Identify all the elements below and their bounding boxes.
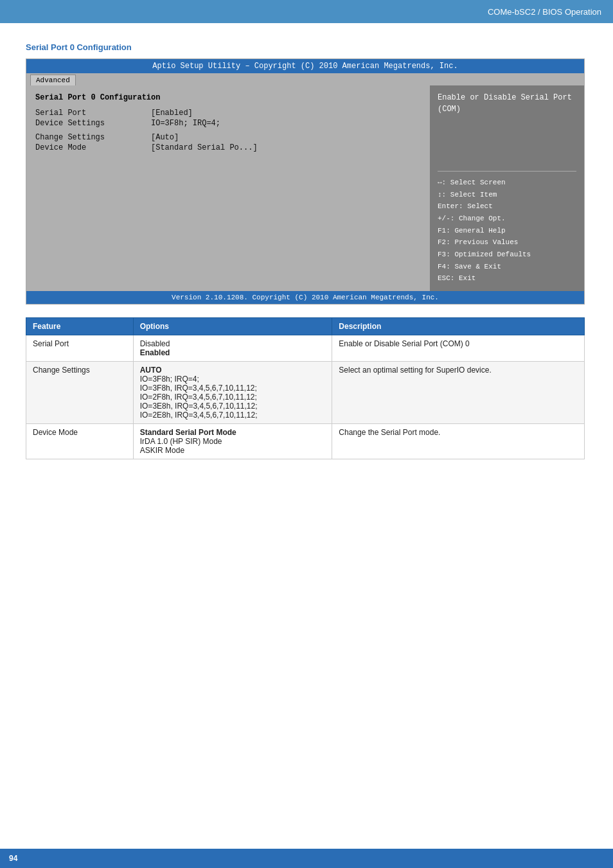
key-f3: F3: Optimized Defaults <box>438 249 576 261</box>
options-table: Feature Options Description Serial Port … <box>26 317 585 459</box>
bios-footer: Version 2.10.1208. Copyright (C) 2010 Am… <box>26 291 584 304</box>
config-row-change-settings: Change Settings [Auto] <box>35 133 421 142</box>
key-f1: F1: General Help <box>438 225 576 237</box>
col-description: Description <box>332 318 585 335</box>
option-disabled: Disabled <box>140 339 326 348</box>
table-section: Feature Options Description Serial Port … <box>26 317 585 459</box>
config-value-device-settings: IO=3F8h; IRQ=4; <box>151 119 220 128</box>
bios-body: Serial Port 0 Configuration Serial Port … <box>26 85 584 291</box>
bios-tab-advanced[interactable]: Advanced <box>30 75 76 85</box>
bios-tab-bar: Advanced <box>26 73 584 85</box>
option-2f8-multi: IO=2F8h, IRQ=3,4,5,6,7,10,11,12; <box>140 393 326 402</box>
key-select-item: ↕: Select Item <box>438 189 576 201</box>
feature-device-mode: Device Mode <box>26 424 134 459</box>
config-value-change-settings: [Auto] <box>151 133 179 142</box>
config-label-device-settings: Device Settings <box>35 119 151 128</box>
option-enabled: Enabled <box>140 348 326 357</box>
desc-serial-port: Enable or Disable Serial Port (COM) 0 <box>332 335 585 362</box>
option-2e8-multi: IO=2E8h, IRQ=3,4,5,6,7,10,11,12; <box>140 411 326 420</box>
col-feature: Feature <box>26 318 134 335</box>
main-content: Serial Port 0 Configuration Aptio Setup … <box>0 23 613 472</box>
table-row: Serial Port Disabled Enabled Enable or D… <box>26 335 585 362</box>
option-3e8-multi: IO=3E8h, IRQ=3,4,5,6,7,10,11,12; <box>140 402 326 411</box>
options-serial-port: Disabled Enabled <box>133 335 332 362</box>
key-enter-select: Enter: Select <box>438 200 576 213</box>
bios-left-panel: Serial Port 0 Configuration Serial Port … <box>26 85 430 291</box>
option-askir: ASKIR Mode <box>140 446 326 455</box>
col-options: Options <box>133 318 332 335</box>
bios-screenshot: Aptio Setup Utility – Copyright (C) 2010… <box>26 58 585 305</box>
bottom-footer: 94 <box>0 849 613 868</box>
option-standard-serial: Standard Serial Port Mode <box>140 428 326 437</box>
options-device-mode: Standard Serial Port Mode IrDA 1.0 (HP S… <box>133 424 332 459</box>
bios-help-text: Enable or Disable Serial Port (COM) <box>438 92 576 115</box>
config-label-serial-port: Serial Port <box>35 109 151 118</box>
key-f4: F4: Save & Exit <box>438 261 576 273</box>
key-esc: ESC: Exit <box>438 272 576 285</box>
table-row: Change Settings AUTO IO=3F8h; IRQ=4; IO=… <box>26 362 585 424</box>
desc-change-settings: Select an optimal setting for SuperIO de… <box>332 362 585 424</box>
config-value-serial-port: [Enabled] <box>151 109 193 118</box>
config-label-change-settings: Change Settings <box>35 133 151 142</box>
table-header-row: Feature Options Description <box>26 318 585 335</box>
feature-change-settings: Change Settings <box>26 362 134 424</box>
option-auto: AUTO <box>140 366 326 375</box>
desc-device-mode: Change the Serial Port mode. <box>332 424 585 459</box>
key-select-screen: ↔: Select Screen <box>438 177 576 189</box>
feature-serial-port: Serial Port <box>26 335 134 362</box>
config-value-device-mode: [Standard Serial Po...] <box>151 143 258 152</box>
bios-right-panel: Enable or Disable Serial Port (COM) ↔: S… <box>430 85 584 291</box>
option-irda: IrDA 1.0 (HP SIR) Mode <box>140 437 326 446</box>
config-label-device-mode: Device Mode <box>35 143 151 152</box>
bios-title-bar: Aptio Setup Utility – Copyright (C) 2010… <box>26 59 584 73</box>
config-row-device-mode: Device Mode [Standard Serial Po...] <box>35 143 421 152</box>
key-change-opt: +/-: Change Opt. <box>438 213 576 225</box>
header-title: COMe-bSC2 / BIOS Operation <box>488 7 601 17</box>
bios-divider <box>438 171 576 172</box>
option-3f8-multi: IO=3F8h, IRQ=3,4,5,6,7,10,11,12; <box>140 384 326 393</box>
bios-screen-title: Serial Port 0 Configuration <box>35 93 421 102</box>
table-row: Device Mode Standard Serial Port Mode Ir… <box>26 424 585 459</box>
option-3f8-4: IO=3F8h; IRQ=4; <box>140 375 326 384</box>
section-title: Serial Port 0 Configuration <box>26 42 587 52</box>
config-row-device-settings: Device Settings IO=3F8h; IRQ=4; <box>35 119 421 128</box>
page-number: 94 <box>9 854 17 863</box>
config-row-serial-port: Serial Port [Enabled] <box>35 109 421 118</box>
top-header: COMe-bSC2 / BIOS Operation <box>0 0 613 23</box>
bios-key-help: ↔: Select Screen ↕: Select Item Enter: S… <box>438 177 576 285</box>
options-change-settings: AUTO IO=3F8h; IRQ=4; IO=3F8h, IRQ=3,4,5,… <box>133 362 332 424</box>
key-f2: F2: Previous Values <box>438 236 576 249</box>
